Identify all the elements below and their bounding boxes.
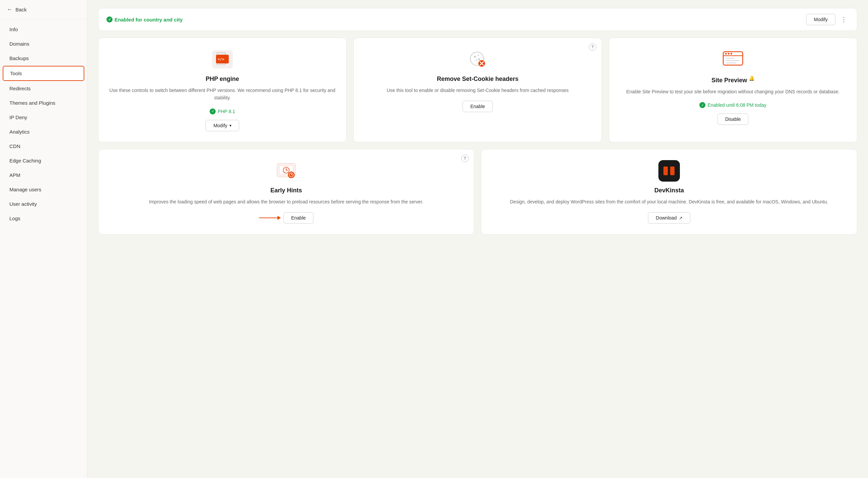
sidebar-item-info[interactable]: Info [3,23,84,36]
early-hints-info-icon[interactable]: ? [461,155,469,162]
svg-point-14 [728,53,730,55]
devkinsta-download-button[interactable]: Download ↗ [648,212,690,224]
remove-cookie-enable-button[interactable]: Enable [463,101,493,112]
svg-point-7 [478,59,480,60]
svg-rect-28 [663,167,668,175]
php-engine-status: ✓ PHP 8.1 [210,108,235,114]
svg-point-5 [478,55,479,56]
tools-grid-row2: ? Early Hints Improves the loading [98,149,857,235]
sidebar-item-analytics[interactable]: Analytics [3,125,84,139]
back-arrow-icon: ← [7,6,13,13]
tools-grid-row1: </> PHP engine Use these controls to swi… [98,38,857,142]
svg-point-15 [731,53,732,55]
arrow-line [259,217,277,218]
devkinsta-desc: Design, develop, and deploy WordPress si… [510,198,828,205]
php-engine-desc: Use these controls to switch between dif… [108,87,337,102]
sidebar-item-domains[interactable]: Domains [3,37,84,51]
svg-point-4 [474,56,476,58]
php-engine-title: PHP engine [206,75,239,82]
sidebar-item-tools[interactable]: Tools [3,66,84,81]
devkinsta-card: DevKinsta Design, develop, and deploy Wo… [481,149,857,235]
sidebar-item-themes-plugins[interactable]: Themes and Plugins [3,96,84,110]
php-version-label: PHP 8.1 [218,109,235,114]
remove-cookie-card: ? Remove S [353,38,602,142]
svg-point-6 [476,60,477,61]
bell-icon: 🔔 [749,75,754,81]
enabled-status: ✓ Enabled for country and city [106,16,183,23]
chevron-down-icon: ▾ [229,123,231,128]
site-preview-title: Site Preview 🔔 [711,75,754,84]
info-icon[interactable]: ? [589,43,596,51]
early-hints-card: ? Early Hints Improves the loading [98,149,474,235]
back-label: Back [16,7,27,12]
more-options-icon[interactable]: ⋮ [839,14,849,25]
site-preview-desc: Enable Site Preview to test your site be… [626,88,840,95]
check-icon: ✓ [106,16,113,23]
remove-cookie-title: Remove Set-Cookie headers [437,75,518,82]
site-preview-icon [722,49,744,70]
svg-rect-17 [726,60,739,61]
back-button[interactable]: ← Back [0,0,87,20]
top-modify-button[interactable]: Modify [806,14,835,25]
cookie-icon [467,49,488,70]
early-hints-icon [275,160,297,181]
sidebar-item-apm[interactable]: APM [3,168,84,182]
top-strip-card: ✓ Enabled for country and city Modify ⋮ [98,8,857,31]
site-preview-status-text: Enabled until 6:08 PM today [707,102,766,108]
sidebar-item-edge-caching[interactable]: Edge Caching [3,154,84,168]
svg-point-13 [725,53,727,55]
arrow-head-icon [277,216,281,220]
site-preview-status: ✓ Enabled until 6:08 PM today [700,102,766,108]
php-modify-button[interactable]: Modify ▾ [206,120,239,131]
enable-arrow-container: Enable [259,212,314,224]
sidebar-item-cdn[interactable]: CDN [3,139,84,153]
devkinsta-title: DevKinsta [654,187,684,194]
early-hints-desc: Improves the loading speed of web pages … [149,198,423,205]
early-hints-title: Early Hints [271,187,302,194]
sidebar-nav: InfoDomainsBackupsToolsRedirectsThemes a… [0,20,87,228]
main-content: ✓ Enabled for country and city Modify ⋮ … [87,0,868,478]
top-modify-area: Modify ⋮ [806,14,849,25]
sidebar: ← Back InfoDomainsBackupsToolsRedirectsT… [0,0,87,478]
sidebar-item-ip-deny[interactable]: IP Deny [3,110,84,124]
php-engine-icon: </> [212,49,233,70]
site-preview-disable-button[interactable]: Disable [717,113,749,125]
sidebar-item-user-activity[interactable]: User activity [3,197,84,211]
devkinsta-icon [658,160,680,181]
site-preview-card: Site Preview 🔔 Enable Site Preview to te… [609,38,857,142]
sidebar-item-logs[interactable]: Logs [3,211,84,225]
external-link-icon: ↗ [679,215,683,220]
sidebar-item-manage-users[interactable]: Manage users [3,182,84,196]
php-engine-card: </> PHP engine Use these controls to swi… [98,38,347,142]
enable-arrow [259,216,281,220]
svg-rect-29 [670,167,675,175]
svg-rect-18 [726,62,737,63]
svg-text:</>: </> [218,57,224,61]
svg-rect-16 [726,58,734,59]
sidebar-item-backups[interactable]: Backups [3,52,84,65]
php-status-icon: ✓ [210,108,216,114]
sidebar-item-redirects[interactable]: Redirects [3,81,84,95]
early-hints-enable-button[interactable]: Enable [283,212,314,224]
site-preview-status-icon: ✓ [700,102,705,108]
remove-cookie-desc: Use this tool to enable or disable remov… [386,87,569,94]
